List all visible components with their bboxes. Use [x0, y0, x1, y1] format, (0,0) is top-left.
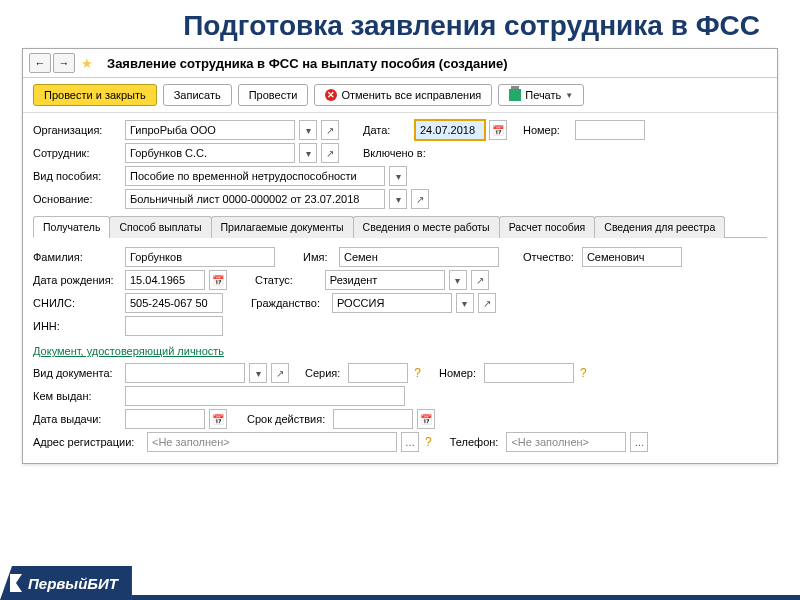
dob-input[interactable]: 15.04.1965	[125, 270, 205, 290]
citizenship-label: Гражданство:	[251, 297, 320, 309]
address-input[interactable]: <Не заполнен>	[147, 432, 397, 452]
tab-benefit-calc[interactable]: Расчет пособия	[499, 216, 596, 238]
tab-workplace-info[interactable]: Сведения о месте работы	[353, 216, 500, 238]
number-label: Номер:	[523, 124, 571, 136]
phone-label: Телефон:	[450, 436, 499, 448]
firstname-label: Имя:	[303, 251, 335, 263]
cancel-all-button[interactable]: ✕ Отменить все исправления	[314, 84, 492, 106]
employee-dropdown-button[interactable]: ▾	[299, 143, 317, 163]
doc-type-dropdown-button[interactable]: ▾	[249, 363, 267, 383]
print-button[interactable]: Печать ▼	[498, 84, 584, 106]
benefit-type-label: Вид пособия:	[33, 170, 121, 182]
basis-input[interactable]: Больничный лист 0000-000002 от 23.07.201…	[125, 189, 385, 209]
number-input[interactable]	[575, 120, 645, 140]
svg-marker-0	[10, 574, 22, 592]
date-calendar-button[interactable]: 📅	[489, 120, 507, 140]
issue-date-calendar-button[interactable]: 📅	[209, 409, 227, 429]
dob-label: Дата рождения:	[33, 274, 121, 286]
footer: ПервыйБИТ	[0, 566, 800, 600]
dob-calendar-button[interactable]: 📅	[209, 270, 227, 290]
benefit-type-input[interactable]: Пособие по временной нетрудоспособности	[125, 166, 385, 186]
flag-icon	[8, 572, 24, 594]
address-label: Адрес регистрации:	[33, 436, 143, 448]
status-dropdown-button[interactable]: ▾	[449, 270, 467, 290]
doc-type-label: Вид документа:	[33, 367, 121, 379]
footer-strip	[132, 595, 800, 600]
chevron-down-icon: ▼	[565, 91, 573, 100]
post-button[interactable]: Провести	[238, 84, 309, 106]
doc-number-label: Номер:	[439, 367, 476, 379]
org-open-button[interactable]: ↗	[321, 120, 339, 140]
status-open-button[interactable]: ↗	[471, 270, 489, 290]
inn-input[interactable]	[125, 316, 223, 336]
favorite-icon[interactable]: ★	[81, 56, 93, 71]
doc-number-input[interactable]	[484, 363, 574, 383]
inn-label: ИНН:	[33, 320, 121, 332]
print-label: Печать	[525, 89, 561, 101]
submit-and-close-button[interactable]: Провести и закрыть	[33, 84, 157, 106]
tab-payment-method[interactable]: Способ выплаты	[109, 216, 211, 238]
phone-input[interactable]: <Не заполнен>	[506, 432, 626, 452]
citizenship-input[interactable]: РОССИЯ	[332, 293, 452, 313]
tab-attached-documents[interactable]: Прилагаемые документы	[211, 216, 354, 238]
cancel-all-label: Отменить все исправления	[341, 89, 481, 101]
form-body: Организация: ГипроРыба ООО ▾ ↗ Дата: 24.…	[23, 113, 777, 463]
org-label: Организация:	[33, 124, 121, 136]
tab-registry-info[interactable]: Сведения для реестра	[594, 216, 725, 238]
validity-label: Срок действия:	[247, 413, 325, 425]
doc-number-hint-icon[interactable]: ?	[580, 366, 587, 380]
benefit-type-dropdown-button[interactable]: ▾	[389, 166, 407, 186]
address-hint-icon[interactable]: ?	[425, 435, 432, 449]
issued-by-input[interactable]	[125, 386, 405, 406]
basis-open-button[interactable]: ↗	[411, 189, 429, 209]
series-input[interactable]	[348, 363, 408, 383]
address-select-button[interactable]: …	[401, 432, 419, 452]
series-label: Серия:	[305, 367, 340, 379]
tab-recipient[interactable]: Получатель	[33, 216, 110, 238]
validity-calendar-button[interactable]: 📅	[417, 409, 435, 429]
basis-dropdown-button[interactable]: ▾	[389, 189, 407, 209]
brand-logo: ПервыйБИТ	[0, 566, 132, 600]
snils-input[interactable]: 505-245-067 50	[125, 293, 223, 313]
status-label: Статус:	[255, 274, 293, 286]
issued-by-label: Кем выдан:	[33, 390, 121, 402]
issue-date-label: Дата выдачи:	[33, 413, 121, 425]
brand-label: ПервыйБИТ	[28, 575, 118, 592]
validity-input[interactable]	[333, 409, 413, 429]
status-input[interactable]: Резидент	[325, 270, 445, 290]
citizenship-dropdown-button[interactable]: ▾	[456, 293, 474, 313]
nav-forward-button[interactable]: →	[53, 53, 75, 73]
nav-back-button[interactable]: ←	[29, 53, 51, 73]
firstname-input[interactable]: Семен	[339, 247, 499, 267]
included-label: Включено в:	[363, 147, 426, 159]
org-dropdown-button[interactable]: ▾	[299, 120, 317, 140]
lastname-label: Фамилия:	[33, 251, 121, 263]
doc-type-open-button[interactable]: ↗	[271, 363, 289, 383]
employee-label: Сотрудник:	[33, 147, 121, 159]
basis-label: Основание:	[33, 193, 121, 205]
issue-date-input[interactable]	[125, 409, 205, 429]
titlebar: ← → ★ Заявление сотрудника в ФСС на выпл…	[23, 49, 777, 78]
citizenship-open-button[interactable]: ↗	[478, 293, 496, 313]
doc-type-input[interactable]	[125, 363, 245, 383]
window-title: Заявление сотрудника в ФСС на выплату по…	[107, 56, 508, 71]
series-hint-icon[interactable]: ?	[414, 366, 421, 380]
phone-select-button[interactable]: …	[630, 432, 648, 452]
employee-input[interactable]: Горбунков С.С.	[125, 143, 295, 163]
printer-icon	[509, 89, 521, 101]
lastname-input[interactable]: Горбунков	[125, 247, 275, 267]
tabs: Получатель Способ выплаты Прилагаемые до…	[33, 215, 767, 238]
app-window: ← → ★ Заявление сотрудника в ФСС на выпл…	[22, 48, 778, 464]
toolbar: Провести и закрыть Записать Провести ✕ О…	[23, 78, 777, 113]
id-doc-section-link[interactable]: Документ, удостоверяющий личность	[33, 345, 224, 357]
page-heading: Подготовка заявления сотрудника в ФСС	[0, 0, 800, 48]
org-input[interactable]: ГипроРыба ООО	[125, 120, 295, 140]
employee-open-button[interactable]: ↗	[321, 143, 339, 163]
date-label: Дата:	[363, 124, 411, 136]
save-button[interactable]: Записать	[163, 84, 232, 106]
patronymic-input[interactable]: Семенович	[582, 247, 682, 267]
snils-label: СНИЛС:	[33, 297, 121, 309]
patronymic-label: Отчество:	[523, 251, 574, 263]
date-input[interactable]: 24.07.2018	[415, 120, 485, 140]
cancel-icon: ✕	[325, 89, 337, 101]
